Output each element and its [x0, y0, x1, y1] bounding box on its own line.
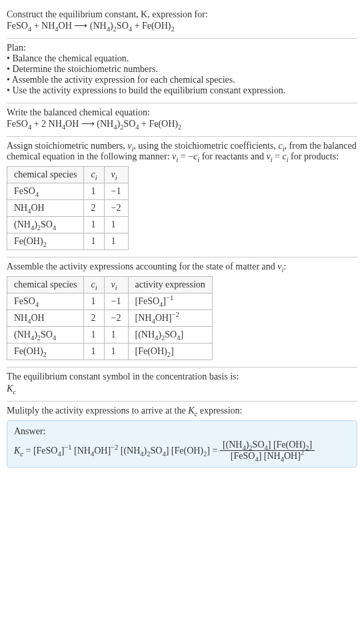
unbalanced-equation: FeSO4 + NH4OH ⟶ (NH4)2SO4 + Fe(OH)2: [7, 20, 357, 31]
activity-table: chemical species ci νi activity expressi…: [7, 276, 213, 360]
fraction: [(NH4)2SO4] [Fe(OH)2] [FeSO4] [NH4OH]2: [220, 440, 315, 462]
cell-nu: 1: [104, 233, 128, 250]
plan-item: Determine the stoichiometric numbers.: [7, 64, 357, 75]
cell-c: 2: [84, 200, 104, 217]
ksymbol-text: The equilibrium constant symbol in the c…: [7, 372, 357, 382]
balanced-heading: Write the balanced chemical equation:: [7, 107, 357, 118]
col-species: chemical species: [7, 277, 84, 293]
table-row: FeSO4 1 −1 [FeSO4]−1: [7, 293, 213, 310]
table-row: Fe(OH)2 1 1: [7, 233, 129, 250]
balanced-section: Write the balanced chemical equation: Fe…: [7, 103, 357, 136]
col-activity: activity expression: [128, 277, 212, 293]
col-c: ci: [84, 167, 104, 183]
cell-species: FeSO4: [7, 183, 84, 200]
plan-item: Use the activity expressions to build th…: [7, 85, 357, 96]
stoich-text: Assign stoichiometric numbers, νi, using…: [7, 141, 357, 162]
activity-section: Assemble the activity expressions accoun…: [7, 257, 357, 367]
cell-species: Fe(OH)2: [7, 233, 84, 250]
balanced-equation: FeSO4 + 2 NH4OH ⟶ (NH4)2SO4 + Fe(OH)2: [7, 118, 357, 129]
table-row: NH4OH 2 −2 [NH4OH]−2: [7, 310, 213, 327]
plan-section: Plan: Balance the chemical equation. Det…: [7, 39, 357, 103]
col-nu: νi: [104, 167, 128, 183]
col-species: chemical species: [7, 167, 84, 183]
final-section: Mulitply the activity expressions to arr…: [7, 402, 357, 474]
cell-nu: 1: [104, 217, 128, 233]
cell-c: 1: [84, 217, 104, 233]
cell-nu: −1: [104, 183, 128, 200]
answer-label: Answer:: [14, 426, 350, 437]
cell-c: 1: [84, 233, 104, 250]
final-heading: Mulitply the activity expressions to arr…: [7, 406, 357, 416]
plan-heading: Plan:: [7, 43, 357, 53]
kc-symbol: Kc: [7, 384, 357, 394]
table-row: (NH4)2SO4 1 1 [(NH4)2SO4]: [7, 327, 213, 344]
table-row: Fe(OH)2 1 1 [Fe(OH)2]: [7, 344, 213, 360]
intro-text: Construct the equilibrium constant, K, e…: [7, 9, 208, 19]
activity-heading: Assemble the activity expressions accoun…: [7, 261, 357, 272]
ksymbol-section: The equilibrium constant symbol in the c…: [7, 368, 357, 401]
cell-c: 1: [84, 183, 104, 200]
cell-species: NH4OH: [7, 200, 84, 217]
answer-box: Answer: Kc = [FeSO4]−1 [NH4OH]−2 [(NH4)2…: [7, 420, 357, 468]
table-header-row: chemical species ci νi activity expressi…: [7, 277, 213, 293]
table-row: FeSO4 1 −1: [7, 183, 129, 200]
intro-line: Construct the equilibrium constant, K, e…: [7, 9, 357, 20]
plan-item: Balance the chemical equation.: [7, 53, 357, 64]
fraction-denominator: [FeSO4] [NH4OH]2: [220, 451, 315, 462]
stoich-section: Assign stoichiometric numbers, νi, using…: [7, 137, 357, 257]
cell-species: (NH4)2SO4: [7, 217, 84, 233]
intro-section: Construct the equilibrium constant, K, e…: [7, 5, 357, 38]
table-row: (NH4)2SO4 1 1: [7, 217, 129, 233]
table-row: NH4OH 2 −2: [7, 200, 129, 217]
col-c: ci: [84, 277, 104, 293]
plan-list: Balance the chemical equation. Determine…: [7, 53, 357, 96]
answer-expression: Kc = [FeSO4]−1 [NH4OH]−2 [(NH4)2SO4] [Fe…: [14, 440, 350, 462]
table-header-row: chemical species ci νi: [7, 167, 129, 183]
col-nu: νi: [104, 277, 128, 293]
stoich-table: chemical species ci νi FeSO4 1 −1 NH4OH …: [7, 166, 129, 250]
plan-item: Assemble the activity expression for eac…: [7, 75, 357, 85]
cell-nu: −2: [104, 200, 128, 217]
